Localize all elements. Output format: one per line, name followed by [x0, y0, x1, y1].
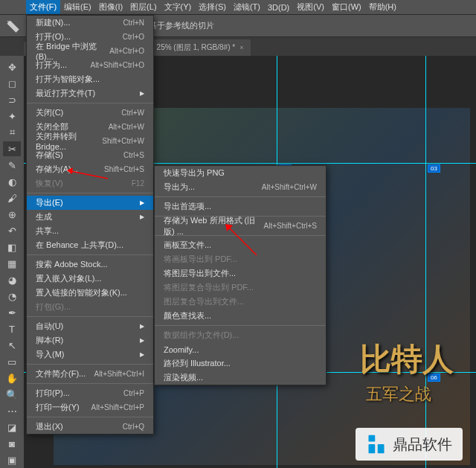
quickmask-icon[interactable]: ◙ — [3, 436, 21, 451]
menu-item[interactable]: 画板至文件... — [155, 238, 326, 252]
menubar: 文件(F)编辑(E)图像(I)图层(L)文字(Y)选择(S)滤镜(T)3D(D)… — [0, 0, 476, 15]
svg-rect-5 — [369, 444, 376, 453]
menu-item[interactable]: 存储为(A)...Shift+Ctrl+S — [27, 162, 153, 176]
move-tool-icon[interactable]: ✥ — [3, 60, 21, 74]
menu-item[interactable]: Zoomify... — [155, 342, 326, 356]
chevron-right-icon: ▶ — [140, 90, 144, 97]
menu-item[interactable]: 打印(P)...Ctrl+P — [27, 386, 153, 400]
menu-item[interactable]: 脚本(R)▶ — [27, 333, 153, 347]
menu-item[interactable]: 关闭(C)Ctrl+W — [27, 106, 153, 120]
menu-图像i[interactable]: 图像(I) — [95, 0, 126, 14]
healing-tool-icon[interactable]: ◐ — [3, 174, 21, 189]
menu-窗口w[interactable]: 窗口(W) — [328, 0, 365, 14]
lasso-tool-icon[interactable]: ⊃ — [3, 92, 21, 107]
menu-item: 恢复(V)F12 — [27, 176, 153, 190]
menu-item[interactable]: 搜索 Adobe Stock... — [27, 257, 153, 272]
menu-item[interactable]: 导出首选项... — [155, 199, 326, 214]
type-tool-icon[interactable]: T — [3, 321, 21, 336]
history-brush-icon[interactable]: ↶ — [3, 223, 21, 238]
slice-tool-icon[interactable]: ✂ — [3, 141, 21, 156]
brush-tool-icon[interactable]: 🖌 — [3, 190, 21, 205]
menu-item[interactable]: 文件简介(F)...Alt+Shift+Ctrl+I — [27, 367, 153, 381]
menu-3dd[interactable]: 3D(D) — [264, 1, 293, 13]
menu-separator — [155, 196, 326, 197]
stamp-tool-icon[interactable]: ⊕ — [3, 207, 21, 222]
menu-item[interactable]: 退出(X)Ctrl+Q — [27, 420, 153, 434]
hand-tool-icon[interactable]: ✋ — [3, 371, 21, 385]
tool-panel: ✥ ◻ ⊃ ✦ ⌗ ✂ ✎ ◐ 🖌 ⊕ ↶ ◧ ▦ ◕ ◔ ✒ T ↖ ▭ ✋ … — [0, 56, 24, 468]
fg-bg-color-icon[interactable]: ◪ — [3, 420, 21, 435]
watermark-text: 鼎品软件 — [393, 435, 452, 455]
menu-separator — [27, 364, 153, 365]
menu-item[interactable]: 快速导出为 PNG — [155, 166, 326, 180]
menu-item: 将图层复合导出到 PDF... — [155, 281, 326, 295]
menu-item[interactable]: 颜色查找表... — [155, 309, 326, 323]
slice-tool-icon — [6, 19, 19, 33]
menu-滤镜t[interactable]: 滤镜(T) — [230, 0, 264, 14]
menu-separator — [155, 325, 326, 326]
menu-选择s[interactable]: 选择(S) — [195, 0, 230, 14]
menu-item: 数据组作为文件(D)... — [155, 328, 326, 342]
pen-tool-icon[interactable]: ✒ — [3, 305, 21, 320]
menu-item[interactable]: 生成▶ — [27, 210, 153, 224]
menu-item[interactable]: 置入链接的智能对象(K)... — [27, 286, 153, 300]
menu-separator — [27, 383, 153, 384]
menu-item[interactable]: 在 Bridge 中浏览(B)...Alt+Ctrl+O — [27, 44, 153, 58]
menu-item[interactable]: 导出(E)▶ — [27, 196, 153, 210]
canvas-text-subtitle: 五军之战 — [366, 383, 431, 406]
watermark-logo-icon — [366, 434, 387, 455]
menu-帮助h[interactable]: 帮助(H) — [365, 0, 400, 14]
menu-文件f[interactable]: 文件(F) — [26, 0, 60, 14]
eyedropper-tool-icon[interactable]: ✎ — [3, 158, 21, 173]
menu-视图v[interactable]: 视图(V) — [293, 0, 328, 14]
menu-item[interactable]: 共享... — [27, 224, 153, 238]
menu-item[interactable]: 路径到 Illustrator... — [155, 356, 326, 371]
svg-rect-6 — [378, 444, 385, 453]
more-icon[interactable]: ⋯ — [3, 403, 21, 418]
chevron-right-icon: ▶ — [140, 199, 144, 206]
guide-line — [425, 56, 426, 468]
blur-tool-icon[interactable]: ◕ — [3, 272, 21, 287]
menu-编辑e[interactable]: 编辑(E) — [60, 0, 95, 14]
menu-item[interactable]: 关闭并转到 Bridge...Shift+Ctrl+W — [27, 134, 153, 148]
menu-文字y[interactable]: 文字(Y) — [161, 0, 196, 14]
zoom-tool-icon[interactable]: 🔍 — [3, 387, 21, 402]
menu-item[interactable]: 最近打开文件(T)▶ — [27, 86, 153, 100]
menu-item[interactable]: 置入嵌入对象(L)... — [27, 272, 153, 286]
menu-item[interactable]: 导入(M)▶ — [27, 347, 153, 362]
marquee-tool-icon[interactable]: ◻ — [3, 76, 21, 91]
shape-tool-icon[interactable]: ▭ — [3, 354, 21, 369]
path-tool-icon[interactable]: ↖ — [3, 338, 21, 353]
menu-item[interactable]: 打印一份(Y)Alt+Shift+Ctrl+P — [27, 400, 153, 414]
chevron-right-icon: ▶ — [140, 337, 144, 344]
menu-item[interactable]: 渲染视频... — [155, 371, 326, 385]
crop-tool-icon[interactable]: ⌗ — [3, 125, 21, 140]
menu-item[interactable]: 在 Behance 上共享(D)... — [27, 238, 153, 252]
wand-tool-icon[interactable]: ✦ — [3, 109, 21, 124]
menu-item[interactable]: 新建(N)...Ctrl+N — [27, 16, 153, 30]
menu-item: 图层复合导出到文件... — [155, 295, 326, 309]
menu-图层l[interactable]: 图层(L) — [126, 0, 160, 14]
menu-separator — [27, 417, 153, 417]
canvas-text-title: 比特人 — [360, 339, 454, 380]
gradient-tool-icon[interactable]: ▦ — [3, 256, 21, 271]
menu-separator — [27, 254, 153, 255]
menu-item[interactable]: 自动(U)▶ — [27, 319, 153, 333]
menu-item: 将画板导出到 PDF... — [155, 252, 326, 266]
slice-marker[interactable]: 03 — [428, 164, 440, 173]
close-icon[interactable]: × — [239, 44, 243, 51]
menu-item[interactable]: 导出为...Alt+Shift+Ctrl+W — [155, 180, 326, 194]
menu-separator — [27, 316, 153, 317]
menu-separator — [27, 193, 153, 193]
menu-item[interactable]: 打开为智能对象... — [27, 72, 153, 86]
menu-item: 打包(G)... — [27, 300, 153, 314]
svg-rect-4 — [369, 435, 376, 442]
menu-item[interactable]: 将图层导出到文件... — [155, 266, 326, 281]
menu-item[interactable]: 存储为 Web 所用格式 (旧版) ...Alt+Shift+Ctrl+S — [155, 219, 326, 233]
screenmode-icon[interactable]: ▣ — [3, 452, 21, 467]
dodge-tool-icon[interactable]: ◔ — [3, 289, 21, 304]
slice-option-label[interactable]: 基于参考线的切片 — [149, 20, 214, 31]
eraser-tool-icon[interactable]: ◧ — [3, 240, 21, 254]
file-menu-dropdown: 新建(N)...Ctrl+N打开(O)...Ctrl+O在 Bridge 中浏览… — [26, 15, 154, 435]
menu-separator — [27, 103, 153, 103]
